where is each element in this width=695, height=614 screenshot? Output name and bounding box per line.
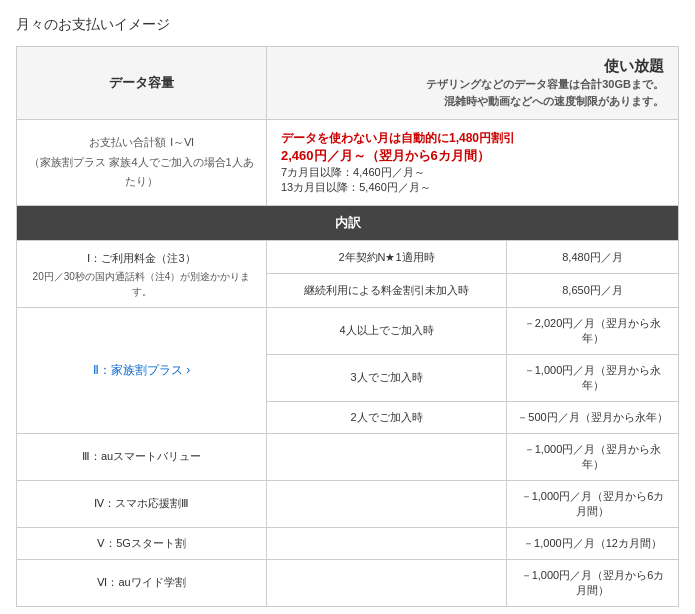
payment-label-cell: お支払い合計額 Ⅰ～Ⅵ （家族割プラス 家族4人でご加入の場合1人あたり） (17, 120, 267, 206)
payment-discount-cell: データを使わない月は自動的に1,480円割引 2,460円／月～（翌月から6カ月… (267, 120, 679, 206)
row-ii-label: Ⅱ：家族割プラス › (17, 307, 267, 433)
row-vi: Ⅵ：auワイド学割 －1,000円／月（翌月から6カ月間） (17, 559, 679, 606)
section-header-row: 内訳 (17, 206, 679, 241)
payment-label-line2: （家族割プラス 家族4人でご加入の場合1人あたり） (29, 156, 253, 188)
row-i-desc2: 継続利用による料金割引未加入時 (267, 274, 507, 307)
payment-discount-sub1: 2,460円／月～（翌月から6カ月間） (281, 147, 664, 165)
payment-label-line1: お支払い合計額 Ⅰ～Ⅵ (89, 136, 193, 148)
page-title: 月々のお支払いイメージ (16, 16, 679, 34)
row-ii-desc3: 2人でご加入時 (267, 401, 507, 433)
payment-summary-row: お支払い合計額 Ⅰ～Ⅵ （家族割プラス 家族4人でご加入の場合1人あたり） デー… (17, 120, 679, 206)
row-vi-desc (267, 559, 507, 606)
row-iv-value: －1,000円／月（翌月から6カ月間） (507, 480, 679, 527)
row-i: Ⅰ：ご利用料金（注3） 20円／30秒の国内通話料（注4）が別途かかります。 2… (17, 241, 679, 274)
row-ii-value2: －1,000円／月（翌月から永年） (507, 354, 679, 401)
row-vi-value: －1,000円／月（翌月から6カ月間） (507, 559, 679, 606)
row-iii: Ⅲ：auスマートバリュー －1,000円／月（翌月から永年） (17, 433, 679, 480)
row-ii-value3: －500円／月（翌月から永年） (507, 401, 679, 433)
row-i-label-sub: 20円／30秒の国内通話料（注4）が別途かかります。 (27, 269, 256, 299)
header-row: データ容量 使い放題 テザリングなどのデータ容量は合計30GBまで。 混雑時や動… (17, 47, 679, 120)
row-ii-value1: －2,020円／月（翌月から永年） (507, 307, 679, 354)
family-plus-link[interactable]: Ⅱ：家族割プラス › (93, 363, 190, 377)
payment-discount-sub3: 13カ月目以降：5,460円／月～ (281, 180, 664, 195)
row-i-label-main: Ⅰ：ご利用料金（注3） (87, 252, 195, 264)
row-ii-desc1: 4人以上でご加入時 (267, 307, 507, 354)
row-ii-desc2: 3人でご加入時 (267, 354, 507, 401)
payment-discount-sub2: 7カ月目以降：4,460円／月～ (281, 165, 664, 180)
row-iii-desc (267, 433, 507, 480)
row-vi-label: Ⅵ：auワイド学割 (17, 559, 267, 606)
row-i-value1: 8,480円／月 (507, 241, 679, 274)
row-i-label: Ⅰ：ご利用料金（注3） 20円／30秒の国内通話料（注4）が別途かかります。 (17, 241, 267, 308)
header-col1: データ容量 (17, 47, 267, 120)
row-v-label: Ⅴ：5Gスタート割 (17, 527, 267, 559)
row-iii-value: －1,000円／月（翌月から永年） (507, 433, 679, 480)
header-col2: 使い放題 テザリングなどのデータ容量は合計30GBまで。 混雑時や動画などへの速… (267, 47, 679, 120)
row-iv-desc (267, 480, 507, 527)
row-iii-label: Ⅲ：auスマートバリュー (17, 433, 267, 480)
usage-unlimited-note1: テザリングなどのデータ容量は合計30GBまで。 (281, 76, 664, 93)
pricing-table: データ容量 使い放題 テザリングなどのデータ容量は合計30GBまで。 混雑時や動… (16, 46, 679, 607)
payment-discount-main: データを使わない月は自動的に1,480円割引 (281, 130, 664, 147)
usage-unlimited-note2: 混雑時や動画などへの速度制限があります。 (281, 93, 664, 110)
section-header-cell: 内訳 (17, 206, 679, 241)
row-i-value2: 8,650円／月 (507, 274, 679, 307)
row-v-value: －1,000円／月（12カ月間） (507, 527, 679, 559)
row-v: Ⅴ：5Gスタート割 －1,000円／月（12カ月間） (17, 527, 679, 559)
row-i-desc1: 2年契約N★1適用時 (267, 241, 507, 274)
row-iv: Ⅳ：スマホ応援割Ⅲ －1,000円／月（翌月から6カ月間） (17, 480, 679, 527)
row-ii: Ⅱ：家族割プラス › 4人以上でご加入時 －2,020円／月（翌月から永年） (17, 307, 679, 354)
usage-unlimited-title: 使い放題 (281, 57, 664, 76)
row-iv-label: Ⅳ：スマホ応援割Ⅲ (17, 480, 267, 527)
row-v-desc (267, 527, 507, 559)
